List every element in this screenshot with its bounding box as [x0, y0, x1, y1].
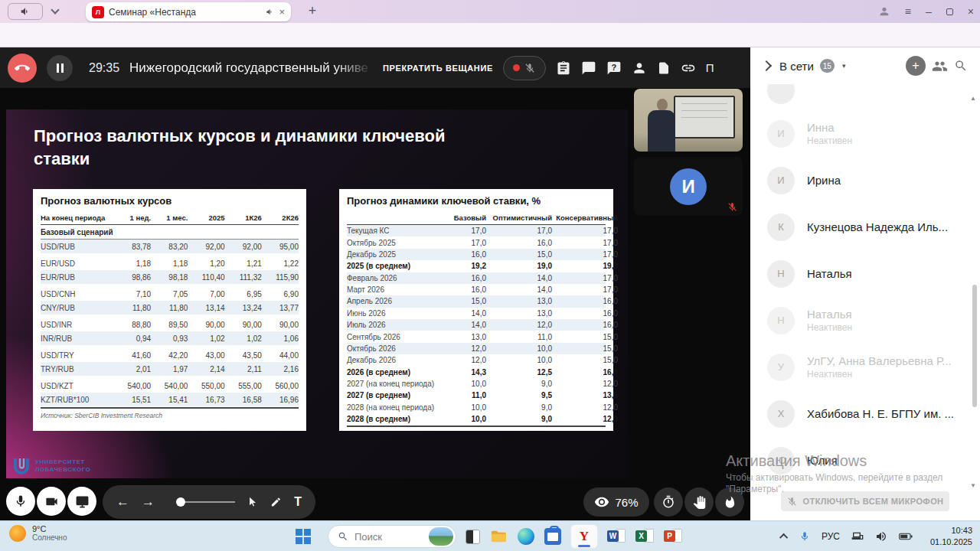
period-label: Июль 2026: [347, 319, 442, 331]
period-label: Октябрь 2025: [347, 236, 442, 248]
tray-expand-icon[interactable]: [779, 533, 788, 542]
presenter-video-tile[interactable]: [634, 89, 743, 152]
stop-broadcast-button[interactable]: ПРЕКРАТИТЬ ВЕЩАНИЕ: [383, 64, 493, 73]
fx-value-cell: 83,20: [151, 240, 188, 253]
rate-value-cell: 17,0: [486, 225, 552, 236]
participant-row[interactable]: ИИрина: [750, 157, 972, 204]
rate-value-cell: 10,0: [442, 413, 486, 425]
rate-table-row: 2026 (в среднем)14,312,516,0: [347, 367, 606, 378]
participant-name: Хабибова Н. Е. БГПУ им. ...: [807, 407, 954, 420]
volume-icon[interactable]: [875, 530, 887, 543]
period-label: 2028 (на конец периода): [347, 402, 442, 413]
language-indicator[interactable]: РУС: [822, 531, 840, 542]
participant-row[interactable]: ННаталья: [750, 250, 972, 297]
fx-value-cell: 98,86: [114, 270, 151, 284]
caret-down-icon[interactable]: ▾: [842, 62, 846, 70]
files-icon[interactable]: [657, 61, 671, 75]
zoom-level-control[interactable]: 76%: [583, 487, 649, 517]
edge-icon[interactable]: [518, 528, 534, 545]
fx-table-section: Базовый сценарий: [41, 225, 299, 240]
browser-mute-button[interactable]: [8, 3, 43, 20]
network-icon[interactable]: [851, 530, 864, 543]
timer-button[interactable]: [654, 487, 683, 517]
window-close-icon[interactable]: ×: [968, 6, 974, 17]
rate-value-cell: 10,0: [486, 343, 552, 354]
participant-status: Неактивен: [807, 322, 852, 333]
pencil-tool-icon[interactable]: [270, 496, 282, 508]
browser-tab[interactable]: Л Семинар «Нестанда ×: [86, 2, 291, 21]
period-label: Сентябрь 2026: [347, 331, 442, 342]
mic-muted-icon: [524, 63, 535, 73]
search-icon[interactable]: [954, 59, 968, 73]
participant-row[interactable]: ЮЮлия: [750, 437, 972, 478]
taskbar-search[interactable]: Поиск: [328, 525, 456, 548]
participant-row[interactable]: ИИннаНеактивен: [750, 110, 972, 157]
chat-icon[interactable]: [581, 60, 596, 76]
search-placeholder: Поиск: [354, 531, 423, 543]
notes-icon[interactable]: [556, 60, 571, 76]
tab-audio-icon[interactable]: [266, 8, 274, 16]
excel-icon[interactable]: X: [635, 528, 654, 545]
word-icon[interactable]: W: [607, 528, 626, 545]
browser-menu-icon[interactable]: ≡: [905, 6, 911, 17]
fx-table-row: INR/RUB0,940,931,021,021,06: [41, 331, 299, 345]
cursor-tool-icon[interactable]: [247, 496, 259, 508]
chevron-down-icon[interactable]: [52, 7, 60, 15]
link-icon[interactable]: [681, 60, 696, 76]
yandex-browser-icon-active[interactable]: Y: [571, 525, 597, 548]
zoom-slider[interactable]: [167, 497, 235, 507]
raise-hand-button[interactable]: [684, 487, 714, 517]
collapse-sidebar-icon[interactable]: [761, 60, 772, 71]
taskbar-clock[interactable]: 10:43 01.10.2025: [930, 525, 972, 548]
text-tool-icon[interactable]: T: [294, 495, 302, 509]
new-tab-button[interactable]: +: [303, 2, 322, 20]
weather-widget[interactable]: 9°C Солнечно: [9, 524, 67, 542]
key-rate-table: Прогноз динамики ключевой ставки, % Базо…: [339, 189, 613, 431]
scroll-up-icon[interactable]: ▲: [970, 95, 976, 102]
tray-mic-icon[interactable]: [799, 531, 810, 542]
window-restore-icon[interactable]: [946, 8, 953, 15]
participant-row[interactable]: УУлГУ, Анна Валерьевна Р...Неактивен: [750, 344, 972, 390]
prev-slide-button[interactable]: ←: [116, 494, 129, 510]
slider-handle[interactable]: [176, 497, 185, 507]
scroll-down-icon[interactable]: ▼: [970, 482, 976, 489]
screen-share-button[interactable]: [67, 487, 96, 516]
participant-list: ИИннаНеактивенИИринаККузнецова Надежда И…: [750, 84, 972, 478]
fx-table-row: KZT/RUB*10015,5115,4116,7316,5816,96: [41, 393, 299, 406]
window-minimize-icon[interactable]: –: [926, 6, 932, 17]
next-slide-button[interactable]: →: [142, 494, 155, 510]
scrollbar-thumb[interactable]: [972, 285, 977, 407]
rate-value-cell: 17,0: [552, 236, 618, 248]
annotation-toolbar: ← → T: [103, 485, 315, 519]
currency-pair-label: USD/CNH: [41, 287, 114, 301]
participant-row[interactable]: ХХабибова Н. Е. БГПУ им. ...: [750, 390, 972, 437]
participants-icon[interactable]: [632, 60, 647, 76]
file-explorer-icon[interactable]: [490, 528, 508, 546]
mic-toggle-button[interactable]: [6, 487, 35, 516]
task-view-button[interactable]: [466, 530, 480, 544]
reactions-button[interactable]: [715, 487, 744, 517]
participant-video-tile[interactable]: И: [634, 157, 743, 216]
monitor-icon: [75, 494, 90, 509]
end-call-button[interactable]: [8, 54, 37, 83]
pause-button[interactable]: [47, 55, 73, 81]
participant-row[interactable]: ККузнецова Надежда Иль...: [750, 204, 972, 250]
browser-profile-icon[interactable]: [878, 5, 890, 18]
people-icon[interactable]: [932, 58, 948, 74]
participant-row[interactable]: ННатальяНеактивен: [750, 297, 972, 344]
recording-indicator[interactable]: [503, 56, 546, 80]
mute-all-button[interactable]: ОТКЛЮЧИТЬ ВСЕМ МИКРОФОН: [781, 491, 949, 511]
fx-table-source: Источник: SberCIB Investment Research: [41, 409, 299, 419]
invite-button[interactable]: +: [906, 56, 926, 76]
start-button[interactable]: [296, 529, 311, 544]
questions-icon[interactable]: ?: [606, 60, 622, 76]
battery-icon[interactable]: [899, 531, 913, 542]
period-label: 2027 (на конец периода): [347, 378, 442, 390]
microsoft-store-icon[interactable]: [544, 528, 561, 545]
participant-initial-avatar: И: [670, 168, 707, 205]
powerpoint-icon[interactable]: P: [664, 528, 682, 545]
tab-close-icon[interactable]: ×: [279, 7, 285, 17]
camera-toggle-button[interactable]: [37, 487, 66, 516]
rate-value-cell: 9,0: [486, 378, 552, 390]
rate-value-cell: 10,0: [442, 378, 486, 390]
